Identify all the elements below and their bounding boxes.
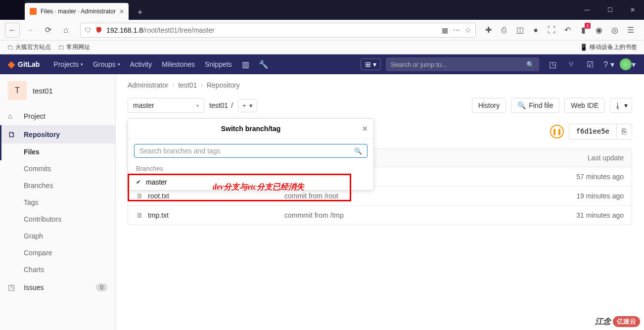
mobile-bookmarks[interactable]: 📱 移动设备上的书签 xyxy=(580,43,637,51)
breadcrumb-admin[interactable]: Administrator xyxy=(128,81,168,89)
file-name-cell: 🗎tmp.txt xyxy=(136,211,284,219)
sidebar-item-issues[interactable]: ◳Issues0 xyxy=(0,278,115,297)
nav-wrench-icon[interactable]: 🔧 xyxy=(255,60,273,69)
sidebar-label: Repository xyxy=(24,131,60,139)
account-avatar-icon[interactable]: ● xyxy=(530,25,541,36)
nav-help-icon[interactable]: ? ▾ xyxy=(600,54,617,74)
library-icon[interactable]: ⎙ xyxy=(499,25,509,36)
sidebar-item-project[interactable]: ⌂Project xyxy=(0,107,115,125)
sidebar-sub-contributors[interactable]: Contributors xyxy=(0,211,115,228)
qr-icon[interactable]: ▦ xyxy=(442,26,448,34)
sidebar-project-header[interactable]: T test01 xyxy=(0,74,115,107)
sidebar-label: Project xyxy=(24,112,46,120)
browser-tab-active[interactable]: Files · master · Administrator × xyxy=(25,3,129,20)
add-file-dropdown[interactable]: +▾ xyxy=(238,99,257,112)
page-body: T test01 ⌂Project 🗋Repository Files Comm… xyxy=(0,74,644,330)
find-file-label: Find file xyxy=(529,101,553,109)
branch-option-master[interactable]: ✔ master xyxy=(128,174,373,190)
gitlab-brand-text: GitLab xyxy=(18,60,40,68)
nav-activity[interactable]: Activity xyxy=(125,54,157,74)
sidebar-sub-graph[interactable]: Graph xyxy=(0,228,115,244)
tab-title: Files · master · Administrator xyxy=(41,8,116,15)
popup-search-box[interactable]: 🔍 xyxy=(134,144,368,158)
popup-title: Switch branch/tag × xyxy=(128,119,373,139)
insecure-icon[interactable]: ⛊̸ xyxy=(95,26,102,34)
sidebar-icon[interactable]: ◫ xyxy=(514,25,525,36)
sidebar-sub-charts[interactable]: Charts xyxy=(0,261,115,278)
sidebar-sub-branches[interactable]: Branches xyxy=(0,177,115,194)
repo-icon: 🗋 xyxy=(8,130,17,139)
path-breadcrumb: test01 / xyxy=(209,101,233,109)
forward-button: → xyxy=(23,23,38,38)
page-actions-icon[interactable]: ⋯ xyxy=(453,26,460,34)
maximize-button[interactable]: ☐ xyxy=(598,0,621,20)
home-button[interactable]: ⌂ xyxy=(58,23,73,38)
bookmark-star-icon[interactable]: ☆ xyxy=(465,26,471,34)
folder-icon: 🗀 xyxy=(58,44,64,51)
table-row[interactable]: 🗎tmp.txt commmit from /tmp 31 minutes ag… xyxy=(128,206,632,225)
mobile-bookmarks-label: 移动设备上的书签 xyxy=(590,43,637,51)
caret-down-icon: ▾ xyxy=(249,102,253,109)
minimize-button[interactable]: — xyxy=(576,0,598,20)
web-ide-button[interactable]: Web IDE xyxy=(564,98,605,113)
nav-search-input[interactable] xyxy=(391,61,526,68)
hamburger-menu-icon[interactable]: ☰ xyxy=(625,25,636,36)
sidebar-sub-tags[interactable]: Tags xyxy=(0,194,115,211)
commit-msg-cell: commmit from /tmp xyxy=(284,211,545,219)
download-icon: ⭳ xyxy=(614,101,621,109)
update-time-cell: 31 minutes ago xyxy=(545,211,624,219)
nav-mr-icon[interactable]: ⑂ xyxy=(563,54,580,74)
screenshot-icon[interactable]: ⛶ xyxy=(546,25,557,36)
new-tab-button[interactable]: + xyxy=(133,5,147,20)
branch-selector[interactable]: master ▾ xyxy=(128,98,204,113)
url-bar[interactable]: 🛡 ⛊̸ 192.168.1.8/root/test01/tree/master… xyxy=(80,23,476,38)
download-button[interactable]: ⭳▾ xyxy=(610,98,632,113)
nav-user-menu[interactable]: ▾ xyxy=(619,54,636,74)
sidebar-sub-compare[interactable]: Compare xyxy=(0,244,115,261)
gitlab-logo[interactable]: ◆ GitLab xyxy=(8,59,40,70)
popup-title-text: Switch branch/tag xyxy=(221,125,281,133)
commit-sha[interactable]: f6d1ee5e xyxy=(569,124,617,140)
nav-issues-icon[interactable]: ◳ xyxy=(544,54,561,74)
tab-spacer xyxy=(0,0,25,20)
copy-sha-button[interactable]: ⎘ xyxy=(617,124,632,140)
update-time-cell: 57 minutes ago xyxy=(545,173,624,181)
close-tab-icon[interactable]: × xyxy=(120,7,124,15)
nav-right-icons: ◳ ⑂ ☑ ? ▾ ▾ xyxy=(544,54,636,74)
container-icon[interactable]: ◎ xyxy=(609,25,620,36)
extension-puzzle-icon[interactable]: ✚ xyxy=(483,25,494,36)
nav-groups[interactable]: Groups▾ xyxy=(88,54,125,74)
mobile-icon: 📱 xyxy=(580,44,588,51)
close-window-button[interactable]: ✕ xyxy=(621,0,644,20)
pipeline-status-pending-icon[interactable]: ❚❚ xyxy=(550,125,564,139)
nav-new-button[interactable]: ⊞▾ xyxy=(361,58,381,70)
bookmark-common[interactable]: 🗀 常用网址 xyxy=(58,43,90,51)
bookmarks-bar: 🗀 火狐官方站点 🗀 常用网址 📱 移动设备上的书签 xyxy=(0,41,644,54)
extension-icon[interactable]: ◉ xyxy=(594,25,604,36)
shield-icon[interactable]: 🛡 xyxy=(85,26,92,34)
history-button[interactable]: History xyxy=(472,98,506,113)
breadcrumb-project[interactable]: test01 xyxy=(178,81,197,89)
commit-msg-cell: commit from /root xyxy=(284,192,545,200)
caret-down-icon: ▾ xyxy=(624,101,628,109)
undo-icon[interactable]: ↶ xyxy=(562,25,573,36)
sidebar-sub-files[interactable]: Files xyxy=(0,143,115,160)
sidebar-sub-commits[interactable]: Commits xyxy=(0,160,115,177)
nav-chart-icon[interactable]: ▥ xyxy=(237,60,255,69)
close-icon[interactable]: × xyxy=(362,124,368,134)
notifications-icon[interactable]: ▮ xyxy=(578,25,589,36)
bookmark-firefox[interactable]: 🗀 火狐官方站点 xyxy=(7,43,51,51)
path-root[interactable]: test01 xyxy=(209,101,228,109)
bookmark-label: 火狐官方站点 xyxy=(15,43,51,51)
nav-search[interactable]: 🔍 xyxy=(386,57,539,71)
sidebar-item-repository[interactable]: 🗋Repository xyxy=(0,125,115,143)
nav-milestones[interactable]: Milestones xyxy=(157,54,200,74)
nav-todos-icon[interactable]: ☑ xyxy=(582,54,598,74)
find-file-button[interactable]: 🔍Find file xyxy=(511,98,559,113)
nav-projects[interactable]: Projects▾ xyxy=(48,54,88,74)
branch-search-input[interactable] xyxy=(139,147,354,155)
breadcrumbs: Administrator › test01 › Repository xyxy=(128,81,632,89)
reload-button[interactable]: ⟳ xyxy=(41,23,55,38)
back-button[interactable]: ← xyxy=(5,23,20,38)
nav-snippets[interactable]: Snippets xyxy=(200,54,236,74)
